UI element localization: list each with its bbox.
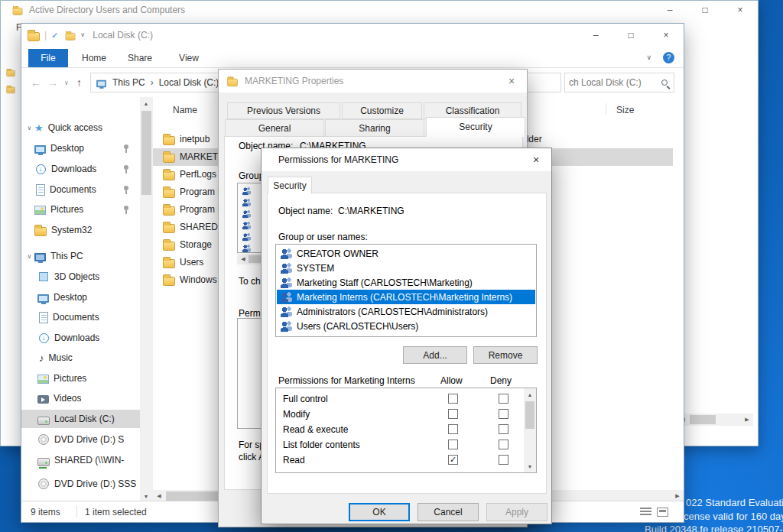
sidebar-item-desktop[interactable]: Desktop	[21, 139, 140, 157]
scroll-thumb[interactable]	[525, 401, 534, 429]
group-row-creator-owner[interactable]: CREATOR OWNER	[277, 246, 535, 261]
allow-checkbox[interactable]	[448, 394, 458, 404]
scroll-right-button[interactable]: ▶	[741, 414, 753, 426]
breadcrumb-current[interactable]: Local Disk (C:)	[159, 77, 219, 88]
deny-checkbox[interactable]	[499, 409, 508, 419]
sidebar-item-downloads[interactable]: Downloads	[21, 160, 140, 178]
tab-share[interactable]: Share	[121, 49, 159, 67]
tab-security[interactable]: Security	[426, 117, 525, 137]
search-icon[interactable]	[661, 79, 668, 86]
deny-checkbox[interactable]	[499, 424, 508, 434]
scroll-up-button[interactable]: ▲	[140, 97, 152, 109]
chevron-down-icon[interactable]: ∨	[24, 253, 34, 260]
qat-folder-icon[interactable]	[66, 33, 76, 41]
ribbon-expand-icon[interactable]: ∨	[646, 54, 651, 61]
group-list[interactable]: CREATOR OWNER SYSTEM Marketing Staff (CA…	[275, 244, 537, 337]
scroll-left-button[interactable]: ◀	[237, 253, 249, 265]
explorer-minimize-button[interactable]: –	[578, 24, 613, 47]
tab-previous-versions[interactable]: Previous Versions	[227, 102, 340, 119]
aduc-close-button[interactable]: ×	[723, 1, 758, 19]
sidebar-item-this-pc[interactable]: ∨ This PC	[21, 247, 140, 265]
deny-checkbox[interactable]	[499, 394, 508, 404]
scroll-up-button[interactable]: ▲	[524, 388, 536, 401]
aduc-tree-folder-icon	[6, 87, 15, 93]
sidebar-item-dvd-drive[interactable]: DVD Drive (D:) S	[21, 430, 140, 449]
sidebar-item-videos[interactable]: Videos	[21, 389, 140, 407]
aduc-horizontal-scrollbar[interactable]: ◀ ▶	[677, 414, 753, 426]
breadcrumb-root[interactable]: This PC	[112, 77, 145, 88]
aduc-titlebar[interactable]: Active Directory Users and Computers – □…	[1, 1, 758, 19]
sidebar-item-documents-pc[interactable]: Documents	[21, 308, 140, 326]
tab-general[interactable]: General	[225, 119, 324, 137]
sidebar-item-pictures[interactable]: Pictures	[21, 200, 140, 219]
tab-home[interactable]: Home	[75, 49, 113, 67]
column-header-size[interactable]: Size	[616, 105, 634, 115]
permission-row-read-execute[interactable]: Read & execute	[277, 422, 523, 437]
permission-row-list-folder-contents[interactable]: List folder contents	[277, 437, 523, 453]
recent-locations-icon[interactable]: ∨	[64, 80, 69, 86]
scroll-thumb[interactable]	[141, 111, 151, 195]
sidebar-item-system32[interactable]: System32	[21, 221, 140, 239]
allow-checkbox[interactable]	[448, 440, 458, 449]
group-row-users[interactable]: Users (CARLOSTECH\Users)	[277, 319, 535, 333]
navigation-scrollbar[interactable]: ▲ ▼	[140, 97, 153, 502]
column-header-name[interactable]: Name	[173, 105, 197, 115]
details-view-button[interactable]	[640, 508, 651, 517]
aduc-minimize-button[interactable]: –	[652, 1, 687, 19]
group-row-marketing-interns[interactable]: Marketing Interns (CARLOSTECH\Marketing …	[277, 290, 535, 304]
explorer-titlebar[interactable]: | ✓ ∨ Local Disk (C:) – □ ×	[21, 24, 684, 47]
search-input[interactable]: ch Local Disk (C:)	[564, 73, 674, 92]
apply-button[interactable]: Apply	[486, 503, 547, 521]
tab-view[interactable]: View	[171, 49, 206, 67]
sidebar-item-pictures-pc[interactable]: Pictures	[21, 369, 140, 388]
sidebar-item-downloads-pc[interactable]: Downloads	[21, 329, 140, 347]
sidebar-item-3d-objects[interactable]: 3D Objects	[21, 268, 140, 286]
deny-checkbox[interactable]	[499, 440, 508, 449]
explorer-maximize-button[interactable]: □	[613, 24, 648, 47]
forward-button[interactable]: →	[47, 77, 58, 88]
permissions-list[interactable]: Full control Modify Read & execute List …	[275, 388, 537, 473]
chevron-down-icon[interactable]: ∨	[24, 125, 34, 131]
allow-checkbox[interactable]	[448, 409, 458, 419]
properties-dialog-titlebar[interactable]: MARKETING Properties	[219, 70, 527, 92]
scroll-thumb[interactable]	[690, 415, 716, 424]
up-button[interactable]: ↑	[76, 77, 82, 88]
permission-row-read[interactable]: Read ✓	[277, 453, 523, 468]
explorer-close-button[interactable]: ×	[648, 24, 684, 47]
allow-checkbox[interactable]	[448, 424, 458, 434]
group-row-administrators[interactable]: Administrators (CARLOSTECH\Administrator…	[277, 304, 535, 319]
help-button[interactable]: ?	[663, 52, 674, 63]
group-row-marketing-staff[interactable]: Marketing Staff (CARLOSTECH\Marketing)	[277, 275, 535, 290]
sidebar-item-shared-drive[interactable]: SHARED (\\WIN-	[21, 451, 140, 469]
permissions-dialog-titlebar[interactable]: Permissions for MARKETING	[262, 148, 551, 171]
qat-dropdown-icon[interactable]: ∨	[80, 32, 85, 38]
permissions-close-button[interactable]: ×	[521, 148, 551, 171]
permission-row-full-control[interactable]: Full control	[277, 391, 523, 407]
thumbnails-view-button[interactable]	[657, 508, 668, 517]
add-button[interactable]: Add...	[403, 346, 467, 364]
column-divider[interactable]	[606, 103, 606, 115]
tab-sharing[interactable]: Sharing	[325, 119, 424, 137]
tab-file[interactable]: File	[28, 49, 68, 67]
sidebar-item-dvd-drive-2[interactable]: DVD Drive (D:) SSS	[21, 475, 140, 493]
back-button[interactable]: ←	[31, 77, 41, 88]
cancel-button[interactable]: Cancel	[417, 503, 479, 521]
permissions-list-scrollbar[interactable]: ▲ ▼	[524, 388, 536, 472]
deny-checkbox[interactable]	[499, 455, 508, 465]
sidebar-item-desktop-pc[interactable]: Desktop	[21, 288, 140, 307]
sidebar-item-quick-access[interactable]: ∨ ★ Quick access	[21, 118, 140, 137]
sidebar-item-music[interactable]: ♪ Music	[21, 349, 140, 367]
ok-button[interactable]: OK	[349, 503, 410, 521]
permission-row-modify[interactable]: Modify	[277, 407, 523, 422]
properties-close-button[interactable]: ×	[496, 70, 527, 92]
allow-checkbox[interactable]: ✓	[448, 455, 458, 465]
remove-button[interactable]: Remove	[473, 346, 538, 364]
group-row-system[interactable]: SYSTEM	[277, 261, 535, 275]
sidebar-item-documents[interactable]: Documents	[21, 180, 140, 199]
scroll-down-button[interactable]: ▼	[524, 460, 536, 472]
tab-customize[interactable]: Customize	[342, 102, 422, 119]
qat-check-icon[interactable]: ✓	[51, 31, 58, 40]
sidebar-item-local-disk-c[interactable]: Local Disk (C:)	[21, 410, 140, 428]
tab-security-permissions[interactable]: Security	[268, 177, 312, 194]
aduc-maximize-button[interactable]: □	[687, 1, 723, 19]
